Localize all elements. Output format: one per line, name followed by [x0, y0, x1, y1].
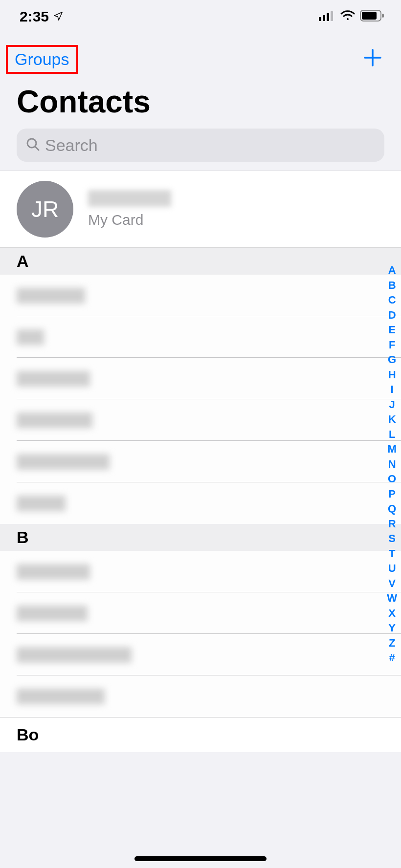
contact-name-redacted — [17, 606, 88, 621]
index-letter[interactable]: G — [386, 353, 398, 366]
contact-name-redacted — [17, 454, 110, 470]
index-letter[interactable]: K — [386, 413, 398, 426]
contact-name-redacted — [17, 564, 90, 580]
index-letter[interactable]: E — [386, 324, 398, 336]
index-letter[interactable]: S — [386, 532, 398, 545]
status-bar: 2:35 — [0, 0, 401, 33]
index-letter[interactable]: V — [386, 577, 398, 590]
add-contact-button[interactable] — [360, 46, 385, 73]
contact-row[interactable] — [0, 399, 401, 441]
contact-name-redacted — [17, 288, 85, 304]
status-time: 2:35 — [20, 8, 49, 25]
page-title: Contacts — [0, 80, 401, 129]
contact-row[interactable] — [0, 316, 401, 358]
my-card-name-redacted — [88, 190, 171, 207]
my-card-row[interactable]: JR My Card — [0, 171, 401, 248]
contact-name-redacted — [17, 647, 132, 663]
index-letter[interactable]: U — [386, 562, 398, 575]
search-container — [0, 129, 401, 171]
index-letter[interactable]: N — [386, 458, 398, 471]
search-icon — [25, 137, 40, 153]
section-header-a: A — [0, 248, 401, 275]
status-right — [319, 10, 384, 23]
search-input[interactable] — [45, 136, 376, 155]
contact-row[interactable] — [0, 441, 401, 482]
index-letter[interactable]: O — [386, 473, 398, 485]
nav-bar: Groups — [0, 33, 401, 80]
contact-row[interactable] — [0, 634, 401, 675]
alpha-index-bar[interactable]: A B C D E F G H I J K L M N O P Q R S T … — [385, 264, 399, 664]
groups-button[interactable]: Groups — [6, 45, 78, 74]
index-letter[interactable]: T — [387, 547, 397, 560]
svg-rect-0 — [319, 17, 321, 21]
index-letter[interactable]: B — [386, 279, 398, 292]
cell-signal-icon — [319, 10, 335, 23]
my-card-text: My Card — [88, 190, 171, 228]
contact-row[interactable] — [0, 275, 401, 316]
index-letter[interactable]: R — [386, 518, 398, 530]
contact-row[interactable] — [0, 482, 401, 524]
index-letter[interactable]: L — [387, 428, 397, 441]
contact-row[interactable] — [0, 551, 401, 592]
index-letter[interactable]: # — [387, 651, 397, 664]
svg-line-10 — [35, 147, 39, 150]
battery-icon — [360, 10, 384, 23]
status-left: 2:35 — [20, 8, 64, 25]
contact-name-redacted — [17, 329, 44, 345]
index-letter[interactable]: M — [385, 443, 398, 456]
contact-name-redacted — [17, 412, 92, 428]
section-header-b: B — [0, 524, 401, 551]
contact-row[interactable] — [0, 592, 401, 634]
index-letter[interactable]: C — [386, 294, 398, 306]
index-letter[interactable]: D — [386, 309, 398, 322]
index-letter[interactable]: J — [387, 398, 397, 411]
index-letter[interactable]: Z — [387, 637, 397, 650]
index-letter[interactable]: X — [386, 607, 398, 620]
wifi-icon — [340, 10, 355, 23]
index-letter[interactable]: H — [386, 369, 398, 381]
index-letter[interactable]: I — [389, 383, 396, 396]
svg-rect-2 — [327, 13, 329, 21]
avatar: JR — [17, 181, 73, 238]
contact-name-redacted — [17, 371, 90, 387]
index-letter[interactable]: A — [386, 264, 398, 277]
svg-rect-3 — [331, 11, 333, 21]
contact-row[interactable] — [0, 358, 401, 399]
contact-name-redacted — [17, 689, 105, 704]
svg-rect-5 — [362, 12, 377, 20]
search-bar[interactable] — [17, 129, 384, 162]
svg-rect-6 — [382, 14, 384, 18]
index-letter[interactable]: F — [387, 339, 397, 351]
contact-list-b — [0, 551, 401, 717]
contact-name-redacted — [17, 496, 66, 511]
contact-list-a — [0, 275, 401, 524]
location-arrow-icon — [53, 8, 64, 25]
index-letter[interactable]: Q — [386, 502, 398, 515]
my-card-label: My Card — [88, 212, 171, 228]
plus-icon — [363, 48, 382, 67]
index-letter[interactable]: P — [386, 488, 398, 500]
home-indicator[interactable] — [134, 856, 267, 861]
index-letter[interactable]: Y — [386, 622, 398, 634]
index-letter[interactable]: W — [385, 592, 399, 605]
svg-rect-1 — [323, 15, 325, 21]
contact-row[interactable] — [0, 675, 401, 717]
section-header-bo: Bo — [0, 717, 401, 752]
